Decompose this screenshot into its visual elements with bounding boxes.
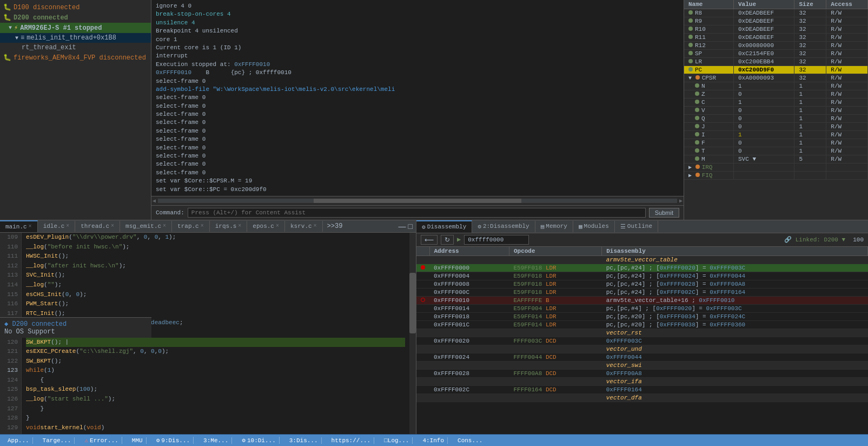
close-icon[interactable]: × xyxy=(201,223,204,229)
table-row[interactable]: 0xFFFF0020 FFFF003C DCD 0xFFFF003C xyxy=(416,337,868,345)
tab-overflow[interactable]: >>39 xyxy=(323,220,347,232)
console-line: select-frame 0 xyxy=(156,119,679,127)
debug-panel: 🐛 D100 disconnected 🐛 D200 connected ▼ ⚡… xyxy=(0,0,151,220)
table-row-cpsr[interactable]: ▼ CPSR 0xA000009332R/W xyxy=(684,74,868,82)
vertical-scrollbar[interactable] xyxy=(409,233,416,434)
table-row: vector_dfa xyxy=(416,393,868,402)
close-icon[interactable]: × xyxy=(66,223,69,229)
tab-trap-c[interactable]: trap.c × xyxy=(172,221,210,232)
table-row[interactable]: F 01R/W xyxy=(684,139,868,147)
d100-label: D100 disconnected xyxy=(14,4,79,11)
debug-item-rt-thread[interactable]: rt_thread_exit xyxy=(0,43,151,53)
close-icon[interactable]: × xyxy=(163,223,166,229)
tab-ksrv-c[interactable]: ksrv.c × xyxy=(285,221,323,232)
debug-item-d100[interactable]: 🐛 D100 disconnected xyxy=(0,2,151,12)
command-input[interactable] xyxy=(188,208,646,218)
status-error[interactable]: ⚠ Error... xyxy=(81,437,122,444)
console-line: add-symbol-file "W:\WorkSpace\melis-iot\… xyxy=(156,86,679,94)
status-dis3[interactable]: 3:Dis... xyxy=(286,437,322,444)
tab-memory[interactable]: ▤ Memory xyxy=(535,221,573,232)
maximize-button[interactable]: □ xyxy=(408,222,413,231)
table-row[interactable]: J 01R/W xyxy=(684,123,868,131)
table-row[interactable]: R12 0x0008000032R/W xyxy=(684,42,868,50)
console-line: select-frame 0 xyxy=(156,160,679,168)
disasm-back-button[interactable]: ⟵ xyxy=(421,235,438,245)
table-row[interactable]: SP 0xC2154FE032R/W xyxy=(684,50,868,58)
close-icon[interactable]: × xyxy=(111,223,114,229)
code-line: PWM_Start(); xyxy=(26,299,405,309)
col-address: Address xyxy=(429,247,509,256)
table-row[interactable]: 0xFFFF0010 EAFFFFFE B armv5te_vector_tab… xyxy=(416,296,868,304)
table-row[interactable]: R10 0xDEADBEEF32R/W xyxy=(684,25,868,34)
status-info4[interactable]: 4:Info xyxy=(419,437,448,444)
table-row-irq[interactable]: ▶ IRQ xyxy=(684,163,868,172)
code-line: void start_kernel(void) xyxy=(26,423,405,433)
table-row[interactable]: C 11R/W xyxy=(684,99,868,107)
table-row[interactable]: 0xFFFF0004 E59FF018 LDR pc,[pc,#24] ; [0… xyxy=(416,272,868,280)
minimize-button[interactable]: — xyxy=(399,222,406,231)
table-row[interactable]: Z 01R/W xyxy=(684,90,868,99)
status-target[interactable]: Targe... xyxy=(39,437,75,444)
table-row-pc[interactable]: PC 0xC200D9F0 32 R/W xyxy=(684,66,868,74)
table-row[interactable]: Q 01R/W xyxy=(684,115,868,123)
table-row[interactable]: 0xFFFF000C E59FF018 LDR pc,[pc,#24] ; [0… xyxy=(416,288,868,296)
table-row[interactable]: 0xFFFF002C FFFF0164 DCD 0xFFFF0164 xyxy=(416,385,868,393)
disasm-refresh-button[interactable]: ↻ xyxy=(441,235,454,245)
tab-main-c[interactable]: main.c × xyxy=(0,220,38,232)
tab-msg-emit-c[interactable]: msg_emit.c × xyxy=(120,221,172,232)
table-row[interactable]: LR 0xC200EBB432R/W xyxy=(684,58,868,66)
status-cons[interactable]: Cons... xyxy=(454,437,486,444)
debug-item-melis-init[interactable]: ▼ ≡ melis_init_thread+0x1B8 xyxy=(0,33,151,43)
tab-irqs-s[interactable]: irqs.s × xyxy=(210,221,248,232)
table-row[interactable]: 0xFFFF0000 E59FF018 LDR pc,[pc,#24] ; [0… xyxy=(416,264,868,272)
table-row[interactable]: V 01R/W xyxy=(684,107,868,115)
tab-disassembly-2[interactable]: ⚙ 2:Disassembly xyxy=(472,221,535,232)
status-mmu[interactable]: MMU xyxy=(129,437,147,444)
tab-modules[interactable]: ▦ Modules xyxy=(573,221,615,232)
status-dis9[interactable]: ⚙ 9:Dis... xyxy=(153,437,194,444)
tab-idle-c[interactable]: idle.c × xyxy=(38,221,76,232)
code-line: __log(""); xyxy=(26,280,405,290)
address-input[interactable] xyxy=(464,235,529,245)
tab-epos-c[interactable]: epos.c × xyxy=(247,221,285,232)
tab-thread-c[interactable]: thread.c × xyxy=(75,221,120,232)
tab-disassembly[interactable]: ⚙ Disassembly xyxy=(416,220,472,233)
table-row[interactable]: R8 0xDEADBEEF32R/W xyxy=(684,9,868,17)
tab-outline[interactable]: ☰ Outline xyxy=(615,221,658,232)
table-row[interactable]: 0xFFFF0018 E59FF014 LDR pc,[pc,#20] ; [0… xyxy=(416,312,868,320)
table-row[interactable]: 0xFFFF001C E59FF014 LDR pc,[pc,#20] ; [0… xyxy=(416,320,868,329)
table-row-fiq[interactable]: ▶ FIQ xyxy=(684,172,868,180)
memory-tab-label: Memory xyxy=(546,223,567,229)
status-https[interactable]: https://... xyxy=(328,437,375,444)
status-me3[interactable]: 3:Me... xyxy=(200,437,232,444)
status-di10[interactable]: ⚙ 10:Di... xyxy=(238,437,279,444)
disasm-tab-label: Disassembly xyxy=(427,224,467,230)
table-row[interactable]: I 11R/W xyxy=(684,131,868,139)
table-row[interactable]: N 11R/W xyxy=(684,82,868,90)
disasm-table: Address Opcode Disassembly armv5te_vecto… xyxy=(416,247,868,434)
table-row[interactable]: M SVC ▼5R/W xyxy=(684,155,868,163)
panel-tabs: ⚙ Disassembly ⚙ 2:Disassembly ▤ Memory ▦… xyxy=(416,220,868,233)
debug-item-d200[interactable]: 🐛 D200 connected xyxy=(0,12,151,23)
table-row[interactable]: 0xFFFF0008 E59FF018 LDR pc,[pc,#24] ; [0… xyxy=(416,280,868,288)
close-icon[interactable]: × xyxy=(314,223,317,229)
close-icon[interactable]: × xyxy=(29,224,32,229)
debug-item-arm926[interactable]: ▼ ⚡ ARM926EJ-S #1 stopped xyxy=(0,23,151,33)
close-icon[interactable]: × xyxy=(276,223,279,229)
console-line: Current core is 1 (ID 1) xyxy=(156,44,679,52)
tab-label: irqs.s xyxy=(215,223,237,229)
status-bar: App... Targe... ⚠ Error... MMU ⚙ 9:Dis..… xyxy=(0,434,868,446)
disasm-icon-2: ⚙ xyxy=(478,223,481,230)
table-row[interactable]: 0xFFFF0014 E59FF004 LDR pc,[pc,#4] ; [0x… xyxy=(416,304,868,312)
table-row[interactable]: R11 0xDEADBEEF32R/W xyxy=(684,34,868,42)
status-log[interactable]: □Log... xyxy=(381,437,413,444)
debug-item-fireworks[interactable]: 🐛 fireworks_AEMv8x4_FVP disconnected xyxy=(0,53,151,63)
table-row[interactable]: 0xFFFF0024 FFFF0044 DCD 0xFFFF0044 xyxy=(416,353,868,361)
status-label: Error... xyxy=(90,437,118,444)
table-row[interactable]: R9 0xDEADBEEF32R/W xyxy=(684,17,868,25)
table-row[interactable]: 0xFFFF0028 FFFF00A8 DCD 0xFFFF00A8 xyxy=(416,369,868,377)
table-row[interactable]: T 01R/W xyxy=(684,147,868,155)
submit-button[interactable]: Submit xyxy=(649,208,679,218)
status-app[interactable]: App... xyxy=(4,437,33,444)
close-icon[interactable]: × xyxy=(238,223,241,229)
